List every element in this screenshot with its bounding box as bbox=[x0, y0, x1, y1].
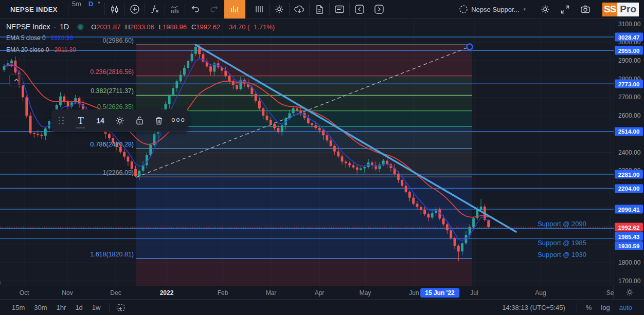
bottom-right-group: 14:38:13 (UTC+5:45) % log auto bbox=[502, 302, 637, 313]
toolbar-right-group: Nepse Suppor... ▾ bbox=[454, 0, 644, 18]
timeframe-list: 15m30m1hr1d1w bbox=[7, 302, 105, 313]
clock[interactable]: 14:38:13 (UTC+5:45) bbox=[502, 304, 565, 311]
legend-separator: · bbox=[54, 23, 57, 31]
percent-scale-button[interactable]: % bbox=[581, 302, 597, 313]
price-level-badge: 2773.00 bbox=[615, 80, 643, 88]
price-level-badge: 2204.00 bbox=[615, 184, 643, 193]
ellipsis-icon: ooo bbox=[171, 116, 186, 125]
snapshot-camera-icon[interactable] bbox=[576, 0, 595, 18]
price-axis[interactable]: 3100.003000.002900.002800.002700.002600.… bbox=[614, 19, 644, 286]
bar-forward-icon[interactable] bbox=[369, 0, 389, 18]
bar-back-icon[interactable] bbox=[350, 0, 369, 18]
support-annotation[interactable]: Support @ 1930 bbox=[0, 251, 586, 258]
chart-main: NEPSE Index · 1D O2031.87 H2033.06 L1988… bbox=[0, 19, 644, 286]
columns-layout-icon[interactable] bbox=[249, 0, 269, 18]
price-level-badge: 2514.00 bbox=[615, 127, 643, 136]
fib-label: 0.786(2420.28) bbox=[0, 141, 134, 148]
legend-collapse-button[interactable] bbox=[9, 74, 23, 86]
symbol-group[interactable]: NEPSE INDEX bbox=[0, 0, 68, 18]
theme-sun-icon[interactable] bbox=[625, 288, 634, 298]
close-value: 1992.62 bbox=[196, 23, 220, 31]
ema20-label: EMA 20 close 0 bbox=[6, 46, 49, 53]
ema5-value: 2020.96 bbox=[51, 34, 73, 42]
more-options-button[interactable]: ooo bbox=[169, 109, 188, 132]
font-size-value: 14 bbox=[96, 117, 104, 125]
redo-icon[interactable] bbox=[205, 0, 224, 18]
document-icon[interactable] bbox=[310, 0, 329, 18]
timeframe-button-1w[interactable]: 1w bbox=[87, 302, 105, 313]
log-scale-button[interactable]: log bbox=[596, 302, 614, 313]
bottom-bar: 15m30m1hr1d1w 14:38:13 (UTC+5:45) % log … bbox=[0, 299, 644, 315]
ema5-row[interactable]: EMA 5 close 0 2020.96 bbox=[6, 34, 275, 42]
timeframe-button-30m[interactable]: 30m bbox=[29, 302, 51, 313]
chart-area[interactable]: NEPSE Index · 1D O2031.87 H2033.06 L1988… bbox=[0, 19, 614, 286]
lock-button[interactable] bbox=[130, 109, 149, 132]
indicators-fx-icon[interactable] bbox=[145, 0, 165, 18]
data-source-dot-icon[interactable] bbox=[77, 24, 84, 30]
support-annotation[interactable]: Support @ 2090 bbox=[0, 220, 586, 228]
volume-panel-icon[interactable] bbox=[224, 0, 245, 18]
time-axis-date-badge[interactable]: 15 Jun '22 bbox=[420, 288, 459, 298]
gear-icon bbox=[115, 116, 125, 126]
fib-label: 1(2266.09) bbox=[0, 169, 134, 176]
time-axis-label: Feb bbox=[218, 289, 228, 297]
high-value: 2033.06 bbox=[130, 23, 154, 31]
time-axis-label: Jun bbox=[409, 289, 419, 297]
time-axis-label: Jul bbox=[470, 289, 478, 297]
fib-bands bbox=[136, 45, 472, 286]
price-axis-tick: 2600.00 bbox=[618, 112, 640, 119]
ema5-label: EMA 5 close 0 bbox=[6, 34, 46, 42]
open-label: O bbox=[91, 23, 96, 31]
auto-scale-button[interactable]: auto bbox=[615, 302, 637, 313]
trade-panel-icon[interactable] bbox=[330, 0, 349, 18]
support-annotation[interactable]: Support @ 1985 bbox=[0, 239, 586, 247]
delete-button[interactable] bbox=[149, 109, 169, 132]
chart-settings-gear-icon[interactable] bbox=[535, 0, 555, 18]
collapse-left-icon[interactable]: ‹ bbox=[0, 279, 1, 286]
price-level-badge: 2955.00 bbox=[615, 46, 643, 55]
price-level-badge: 1985.43 bbox=[615, 232, 643, 241]
chevron-down-icon[interactable]: ▾ bbox=[97, 0, 104, 18]
dashed-circle-icon bbox=[459, 5, 468, 14]
template-select[interactable]: Nepse Suppor... ▾ bbox=[454, 5, 535, 14]
undo-icon[interactable] bbox=[185, 0, 205, 18]
change-value: −34.70 (−1.71%) bbox=[225, 23, 275, 31]
timeframe-button-15m[interactable]: 15m bbox=[7, 302, 29, 313]
drag-handle[interactable] bbox=[51, 109, 71, 132]
symbol-name[interactable]: NEPSE INDEX bbox=[3, 6, 65, 13]
interval-daily[interactable]: D bbox=[85, 0, 97, 18]
timeframe-button-1d[interactable]: 1d bbox=[70, 302, 87, 313]
time-axis-label: May bbox=[360, 289, 371, 297]
go-to-date-button[interactable] bbox=[116, 303, 126, 312]
candlestick-style-icon[interactable] bbox=[105, 0, 124, 18]
price-level-badge: 2281.00 bbox=[615, 170, 643, 179]
text-style-button[interactable]: T bbox=[71, 109, 91, 132]
time-axis-label: Aug bbox=[535, 289, 546, 297]
legend-symbol-row[interactable]: NEPSE Index · 1D O2031.87 H2033.06 L1988… bbox=[6, 23, 275, 31]
logo-ss: SS bbox=[602, 3, 617, 16]
logo-pro: Pro bbox=[617, 3, 639, 16]
compare-add-icon[interactable] bbox=[125, 0, 145, 18]
template-name: Nepse Suppor... bbox=[471, 6, 519, 13]
drawing-settings-button[interactable] bbox=[110, 109, 130, 132]
fullscreen-icon[interactable] bbox=[556, 0, 575, 18]
cloud-download-icon[interactable] bbox=[290, 0, 309, 18]
ema20-row[interactable]: EMA 20 close 0 2011.39 bbox=[6, 46, 275, 53]
time-axis-label: Dec bbox=[110, 289, 121, 297]
text-tool-icon: T bbox=[78, 115, 84, 126]
chevron-down-icon: ▾ bbox=[522, 7, 530, 12]
separator bbox=[577, 303, 577, 311]
trendline-handle[interactable] bbox=[467, 44, 473, 50]
time-axis[interactable]: OctNovDec2022FebMarAprMayJun15 Jun '22Ju… bbox=[0, 286, 644, 299]
low-value: 1988.96 bbox=[163, 23, 187, 31]
price-axis-tick: 2700.00 bbox=[618, 94, 640, 101]
legend-interval: 1D bbox=[60, 23, 69, 31]
time-axis-label: Nov bbox=[62, 289, 73, 297]
unlock-icon bbox=[135, 116, 144, 125]
price-axis-tick: 1700.00 bbox=[618, 277, 640, 285]
interval-5m[interactable]: 5m bbox=[68, 0, 85, 18]
settings-gear-icon[interactable] bbox=[270, 0, 289, 18]
indicators-chart-icon[interactable] bbox=[165, 0, 185, 18]
font-size-button[interactable]: 14 bbox=[91, 109, 110, 132]
timeframe-button-1hr[interactable]: 1hr bbox=[52, 302, 71, 313]
